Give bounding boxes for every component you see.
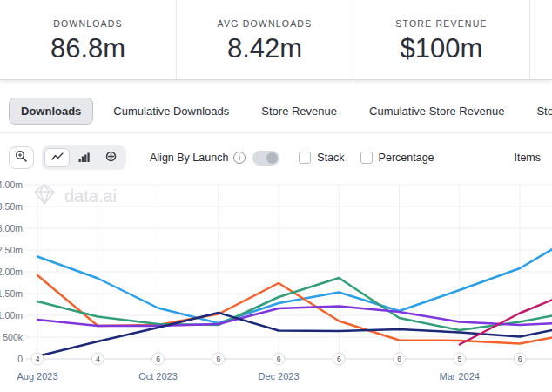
x-tick-count: 6 (156, 355, 160, 363)
x-tick-count: 4 (96, 355, 100, 363)
chart-line-series-blue (37, 248, 552, 324)
stat-value: 8.42m (177, 33, 353, 64)
zoom-in-icon (15, 150, 28, 166)
bar-chart-icon (78, 150, 90, 166)
y-axis-label: 4.00m (0, 179, 23, 190)
x-tick-count: 6 (216, 355, 220, 363)
y-axis-label: 500k (3, 332, 24, 342)
y-axis-label: 1.00m (0, 310, 23, 321)
y-axis-label: 2.00m (0, 267, 23, 277)
stack-checkbox[interactable] (299, 152, 311, 164)
x-tick-count: 6 (337, 355, 341, 363)
stat-label: STORE REVENUE (353, 18, 529, 29)
y-axis-label: 2.50m (0, 245, 23, 255)
stat-value: $100m (353, 33, 529, 64)
line-chart-button[interactable] (44, 148, 70, 167)
x-axis-month-label: Dec 2023 (258, 371, 299, 382)
tab-cumulative-downloads[interactable]: Cumulative Downloads (101, 98, 241, 125)
stat-label: DOWNLOADS (0, 18, 176, 29)
stack-label: Stack (317, 152, 344, 164)
x-axis-month-label: Aug 2023 (17, 371, 57, 382)
metric-tabs: Downloads Cumulative Downloads Store Rev… (9, 98, 552, 125)
tab-store-rpd[interactable]: Store RPD (524, 98, 552, 125)
x-tick-count: 4 (36, 355, 40, 363)
x-tick-count: 6 (518, 355, 522, 363)
info-icon[interactable]: i (233, 152, 246, 164)
bar-chart-button[interactable] (71, 148, 97, 167)
stack-option: Stack (299, 152, 344, 164)
chart-canvas[interactable]: 0500k1.00m1.50m2.00m2.50m3.00m3.50m4.00m… (0, 173, 552, 388)
x-tick-count: 5 (457, 355, 461, 363)
zoom-button[interactable] (9, 146, 34, 169)
combo-chart-button[interactable] (98, 148, 124, 167)
y-axis-label: 3.50m (0, 201, 23, 212)
downloads-line-chart: data.ai 0500k1.00m1.50m2.00m2.50m3.00m3.… (0, 173, 552, 388)
stat-label: AVG DOWNLOADS (177, 18, 353, 29)
percentage-label: Percentage (379, 152, 434, 164)
percentage-checkbox[interactable] (360, 152, 373, 164)
y-axis-label: 3.00m (0, 223, 23, 233)
chart-line-series-purple (37, 307, 552, 327)
items-label: Items (514, 152, 543, 164)
y-axis-label: 1.50m (0, 288, 23, 299)
stat-avg-downloads: AVG DOWNLOADS 8.42m (177, 0, 353, 79)
target-icon (105, 150, 117, 166)
chart-type-switcher (42, 145, 126, 170)
stat-downloads: DOWNLOADS 86.8m (0, 0, 177, 79)
tab-cumulative-store-revenue[interactable]: Cumulative Store Revenue (357, 98, 516, 125)
toggle-knob (266, 152, 278, 164)
x-axis-month-label: Mar 2024 (440, 371, 480, 382)
chart-toolbar: Align By Launch i Stack Percentage Items (0, 133, 552, 170)
stat-value: 86.8m (0, 33, 176, 64)
x-tick-count: 6 (277, 355, 281, 363)
percentage-option: Percentage (360, 152, 434, 164)
line-chart-icon (51, 150, 64, 166)
stat-store-revenue: STORE REVENUE $100m (353, 0, 530, 79)
align-by-launch-toggle[interactable] (252, 151, 279, 166)
x-tick-count: 6 (397, 355, 401, 363)
tab-store-revenue[interactable]: Store Revenue (249, 98, 349, 125)
stats-panel: DOWNLOADS 86.8m AVG DOWNLOADS 8.42m STOR… (0, 0, 552, 80)
align-by-launch-label: Align By Launch (150, 152, 228, 164)
y-axis-label: 0 (17, 354, 23, 364)
tab-downloads[interactable]: Downloads (9, 98, 93, 125)
x-axis-month-label: Oct 2023 (138, 371, 178, 382)
